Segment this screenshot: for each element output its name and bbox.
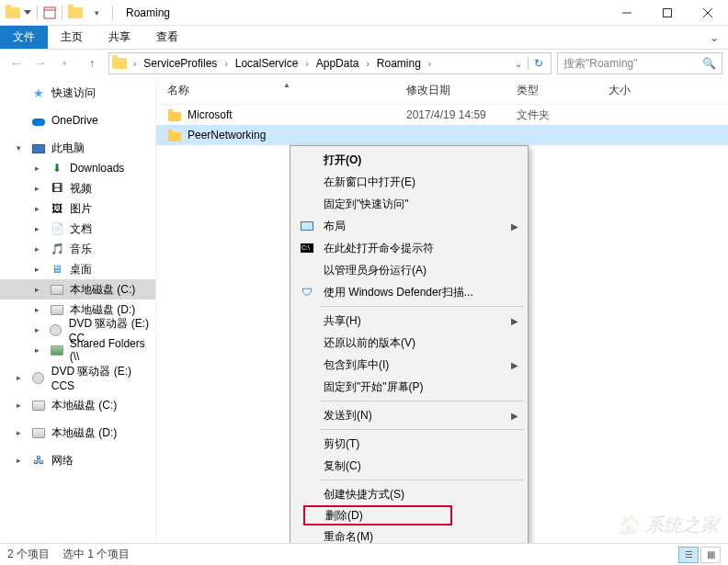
disk-icon	[50, 302, 64, 317]
folder-icon[interactable]	[68, 7, 83, 18]
ctx-defender-scan[interactable]: 🛡使用 Windows Defender扫描...	[292, 281, 526, 303]
chevron-down-icon[interactable]: ⌄	[509, 59, 528, 69]
dvd-icon	[49, 322, 63, 337]
breadcrumb[interactable]: › ServiceProfiles › LocalService › AppDa…	[108, 52, 552, 74]
maximize-button[interactable]	[647, 0, 688, 25]
tree-disk-c[interactable]: ▸本地磁盘 (C:)	[0, 279, 155, 299]
music-icon: 🎵	[50, 242, 64, 256]
breadcrumb-seg[interactable]: LocalService	[232, 53, 302, 73]
nav-tree: ★快速访问 OneDrive ▾此电脑 ▸⬇Downloads ▸🎞视频 ▸🖼图…	[0, 77, 156, 541]
properties-icon[interactable]	[43, 6, 56, 19]
disk-icon	[50, 282, 64, 297]
col-size[interactable]: 大小	[609, 83, 664, 98]
tree-pictures[interactable]: ▸🖼图片	[0, 198, 155, 219]
ctx-pin-start[interactable]: 固定到"开始"屏幕(P)	[292, 376, 526, 398]
col-date[interactable]: 修改日期	[406, 83, 517, 98]
nav-back-button[interactable]: ←	[6, 52, 28, 74]
breadcrumb-seg[interactable]: AppData	[313, 53, 363, 73]
nav-history-dropdown[interactable]: ▾	[53, 52, 75, 74]
app-icon[interactable]	[6, 7, 20, 18]
chevron-right-icon[interactable]: ›	[425, 59, 435, 69]
chevron-right-icon[interactable]: ›	[301, 59, 312, 69]
tree-disk-c2[interactable]: ▸本地磁盘 (C:)	[0, 395, 155, 415]
breadcrumb-folder-icon	[112, 58, 127, 69]
disk-icon	[31, 398, 46, 412]
tree-shared-folders[interactable]: ▸Shared Folders (\\	[0, 340, 155, 360]
col-type[interactable]: 类型	[517, 83, 609, 98]
ctx-copy[interactable]: 复制(C)	[292, 455, 526, 477]
tree-this-pc[interactable]: ▾此电脑	[0, 138, 155, 158]
ctx-delete[interactable]: 删除(D)	[303, 505, 452, 525]
submenu-arrow-icon: ▶	[511, 221, 518, 232]
chevron-right-icon[interactable]: ›	[130, 59, 140, 69]
sort-asc-icon: ▲	[283, 81, 290, 89]
svg-rect-0	[44, 7, 55, 18]
ctx-cut[interactable]: 剪切(T)	[292, 433, 526, 455]
minimize-button[interactable]	[607, 0, 647, 25]
tree-desktop[interactable]: ▸🖥桌面	[0, 259, 155, 279]
chevron-right-icon[interactable]: ›	[221, 59, 231, 69]
view-details-button[interactable]: ☰	[678, 547, 699, 563]
nav-up-button[interactable]: ↑	[81, 52, 103, 74]
view-icons-button[interactable]: ▦	[700, 547, 721, 563]
quick-access-toolbar: ▾	[0, 0, 120, 25]
chevron-right-icon[interactable]: ›	[362, 59, 372, 69]
search-icon: 🔍	[702, 57, 716, 70]
tree-quick-access[interactable]: ★快速访问	[0, 83, 155, 103]
disk-icon	[31, 425, 46, 440]
file-row[interactable]: Microsoft 2017/4/19 14:59 文件夹	[156, 105, 728, 125]
ctx-pin-quick-access[interactable]: 固定到"快速访问"	[292, 193, 526, 215]
tree-music[interactable]: ▸🎵音乐	[0, 239, 155, 259]
ctx-include-in-library[interactable]: 包含到库中(I)▶	[292, 354, 526, 376]
qat-more-icon[interactable]: ▾	[86, 8, 107, 17]
ctx-layout[interactable]: 布局▶	[292, 215, 526, 237]
close-button[interactable]	[688, 0, 728, 25]
breadcrumb-seg[interactable]: Roaming	[373, 53, 425, 73]
tree-dvd-e2[interactable]: ▸DVD 驱动器 (E:) CCS	[0, 367, 155, 388]
ctx-share[interactable]: 共享(H)▶	[292, 310, 526, 332]
tab-view[interactable]: 查看	[143, 26, 191, 49]
tree-onedrive[interactable]: OneDrive	[0, 110, 155, 130]
context-menu: 打开(O) 在新窗口中打开(E) 固定到"快速访问" 布局▶ C:\在此处打开命…	[290, 145, 529, 565]
qat-dropdown-icon[interactable]	[24, 10, 31, 15]
ctx-separator	[320, 480, 524, 480]
breadcrumb-seg[interactable]: ServiceProfiles	[140, 53, 221, 73]
ctx-separator	[320, 306, 524, 307]
tab-file[interactable]: 文件	[0, 26, 48, 49]
tree-disk-d2[interactable]: ▸本地磁盘 (D:)	[0, 423, 155, 443]
search-placeholder: 搜索"Roaming"	[563, 56, 638, 72]
ctx-run-as-admin[interactable]: 以管理员身份运行(A)	[292, 259, 526, 281]
tree-documents[interactable]: ▸📄文档	[0, 219, 155, 239]
column-headers: 名称▲ 修改日期 类型 大小	[156, 77, 728, 105]
tree-videos[interactable]: ▸🎞视频	[0, 178, 155, 198]
ctx-open[interactable]: 打开(O)	[292, 149, 526, 171]
refresh-icon[interactable]: ↻	[528, 57, 549, 70]
file-row-selected[interactable]: PeerNetworking	[156, 125, 728, 145]
network-drive-icon	[50, 343, 64, 357]
ctx-open-cmd-here[interactable]: C:\在此处打开命令提示符	[292, 237, 526, 259]
tree-downloads[interactable]: ▸⬇Downloads	[0, 158, 155, 178]
titlebar: ▾ Roaming	[0, 0, 728, 26]
submenu-arrow-icon: ▶	[511, 411, 518, 421]
ctx-create-shortcut[interactable]: 创建快捷方式(S)	[292, 483, 526, 505]
nav-forward-button[interactable]: →	[29, 52, 51, 74]
tab-home[interactable]: 主页	[48, 26, 96, 49]
svg-rect-3	[664, 8, 672, 17]
submenu-arrow-icon: ▶	[511, 360, 518, 370]
ctx-open-new-window[interactable]: 在新窗口中打开(E)	[292, 171, 526, 193]
onedrive-icon	[31, 113, 46, 128]
ctx-send-to[interactable]: 发送到(N)▶	[292, 404, 526, 426]
ribbon-expand-icon[interactable]: ⌄	[710, 26, 728, 49]
tab-share[interactable]: 共享	[96, 26, 143, 49]
navbar: ← → ▾ ↑ › ServiceProfiles › LocalService…	[0, 50, 728, 77]
search-input[interactable]: 搜索"Roaming" 🔍	[557, 52, 722, 74]
col-name[interactable]: 名称▲	[167, 83, 406, 98]
folder-icon	[167, 128, 182, 142]
documents-icon: 📄	[50, 221, 64, 236]
dvd-icon	[31, 370, 46, 385]
tree-network[interactable]: ▸🖧网络	[0, 450, 155, 470]
window-title: Roaming	[126, 6, 607, 19]
videos-icon: 🎞	[50, 181, 64, 196]
star-icon: ★	[31, 85, 46, 100]
ctx-restore-previous[interactable]: 还原以前的版本(V)	[292, 332, 526, 354]
